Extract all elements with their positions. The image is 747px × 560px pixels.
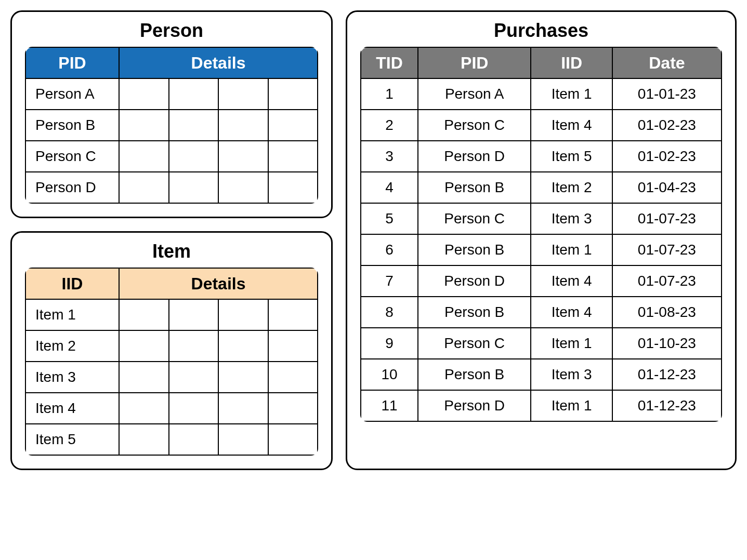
purchases-header-iid: IID	[531, 47, 612, 78]
empty-cell	[268, 424, 318, 455]
purchases-tid-cell: 5	[361, 203, 418, 234]
purchases-pid-cell: Person B	[418, 172, 531, 203]
item-iid-cell: Item 1	[25, 299, 119, 330]
item-iid-cell: Item 2	[25, 330, 119, 362]
left-column: Person PID Details Person A Person B Per…	[10, 10, 333, 470]
purchases-header-date: Date	[612, 47, 722, 78]
person-table-card: Person PID Details Person A Person B Per…	[10, 10, 333, 218]
empty-cell	[268, 330, 318, 362]
item-table: IID Details Item 1 Item 2 Item 3 Item 4	[25, 268, 318, 456]
empty-cell	[119, 299, 169, 330]
empty-cell	[119, 424, 169, 455]
empty-cell	[218, 330, 268, 362]
purchases-pid-cell: Person B	[418, 297, 531, 328]
purchases-tid-cell: 3	[361, 141, 418, 172]
empty-cell	[218, 78, 268, 110]
purchases-iid-cell: Item 3	[531, 359, 612, 390]
table-row: 1 Person A Item 1 01-01-23	[361, 78, 722, 110]
purchases-pid-cell: Person A	[418, 78, 531, 110]
table-row: Person D	[25, 172, 318, 203]
table-row: Item 5	[25, 424, 318, 455]
purchases-pid-cell: Person C	[418, 203, 531, 234]
empty-cell	[268, 141, 318, 172]
item-iid-cell: Item 3	[25, 362, 119, 393]
empty-cell	[218, 172, 268, 203]
purchases-pid-cell: Person B	[418, 359, 531, 390]
table-row: Person C	[25, 141, 318, 172]
purchases-date-cell: 01-02-23	[612, 141, 722, 172]
empty-cell	[119, 110, 169, 141]
person-pid-cell: Person B	[25, 110, 119, 141]
purchases-tid-cell: 6	[361, 234, 418, 265]
purchases-tid-cell: 10	[361, 359, 418, 390]
empty-cell	[119, 393, 169, 424]
empty-cell	[169, 110, 219, 141]
empty-cell	[218, 393, 268, 424]
purchases-date-cell: 01-07-23	[612, 234, 722, 265]
empty-cell	[268, 110, 318, 141]
purchases-pid-cell: Person B	[418, 234, 531, 265]
purchases-tid-cell: 9	[361, 328, 418, 359]
table-row: Item 3	[25, 362, 318, 393]
purchases-tid-cell: 11	[361, 390, 418, 421]
purchases-date-cell: 01-12-23	[612, 390, 722, 421]
purchases-pid-cell: Person D	[418, 265, 531, 297]
purchases-iid-cell: Item 4	[531, 297, 612, 328]
person-header-row: PID Details	[25, 47, 318, 78]
table-row: 10 Person B Item 3 01-12-23	[361, 359, 722, 390]
empty-cell	[169, 141, 219, 172]
table-row: 3 Person D Item 5 01-02-23	[361, 141, 722, 172]
purchases-date-cell: 01-10-23	[612, 328, 722, 359]
empty-cell	[119, 362, 169, 393]
empty-cell	[268, 362, 318, 393]
empty-cell	[169, 78, 219, 110]
table-row: 9 Person C Item 1 01-10-23	[361, 328, 722, 359]
table-row: 4 Person B Item 2 01-04-23	[361, 172, 722, 203]
purchases-iid-cell: Item 4	[531, 110, 612, 141]
table-row: Person A	[25, 78, 318, 110]
purchases-iid-cell: Item 1	[531, 234, 612, 265]
person-title: Person	[25, 20, 318, 42]
purchases-iid-cell: Item 1	[531, 328, 612, 359]
empty-cell	[119, 330, 169, 362]
purchases-iid-cell: Item 2	[531, 172, 612, 203]
item-header-row: IID Details	[25, 268, 318, 299]
item-title: Item	[25, 241, 318, 262]
empty-cell	[268, 393, 318, 424]
empty-cell	[119, 141, 169, 172]
item-iid-cell: Item 5	[25, 424, 119, 455]
purchases-tid-cell: 1	[361, 78, 418, 110]
empty-cell	[268, 172, 318, 203]
purchases-tid-cell: 8	[361, 297, 418, 328]
purchases-date-cell: 01-08-23	[612, 297, 722, 328]
purchases-iid-cell: Item 4	[531, 265, 612, 297]
purchases-date-cell: 01-07-23	[612, 265, 722, 297]
person-pid-cell: Person D	[25, 172, 119, 203]
empty-cell	[169, 362, 219, 393]
purchases-pid-cell: Person C	[418, 328, 531, 359]
purchases-date-cell: 01-12-23	[612, 359, 722, 390]
purchases-tid-cell: 2	[361, 110, 418, 141]
person-header-pid: PID	[25, 47, 119, 78]
table-row: Item 1	[25, 299, 318, 330]
empty-cell	[119, 78, 169, 110]
purchases-header-tid: TID	[361, 47, 418, 78]
item-header-details: Details	[119, 268, 318, 299]
empty-cell	[218, 110, 268, 141]
table-row: 2 Person C Item 4 01-02-23	[361, 110, 722, 141]
item-iid-cell: Item 4	[25, 393, 119, 424]
purchases-table-card: Purchases TID PID IID Date 1 Person A It…	[346, 10, 737, 470]
person-header-details: Details	[119, 47, 318, 78]
purchases-date-cell: 01-02-23	[612, 110, 722, 141]
empty-cell	[169, 299, 219, 330]
empty-cell	[218, 299, 268, 330]
empty-cell	[268, 78, 318, 110]
purchases-title: Purchases	[360, 20, 722, 42]
table-row: Person B	[25, 110, 318, 141]
empty-cell	[218, 141, 268, 172]
purchases-iid-cell: Item 5	[531, 141, 612, 172]
purchases-iid-cell: Item 1	[531, 78, 612, 110]
item-header-iid: IID	[25, 268, 119, 299]
purchases-pid-cell: Person C	[418, 110, 531, 141]
schema-diagram: Person PID Details Person A Person B Per…	[10, 10, 737, 470]
